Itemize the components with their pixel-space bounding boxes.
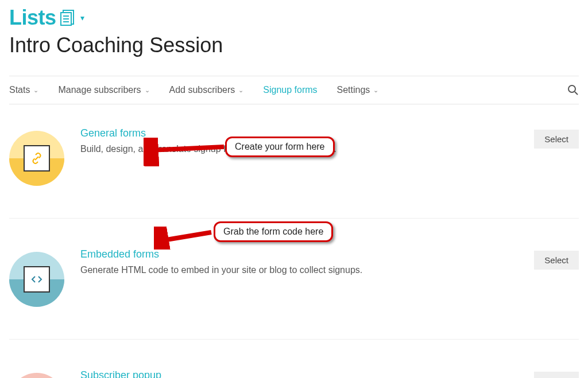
- chevron-down-icon: ⌄: [238, 87, 243, 94]
- tab-add-subscribers[interactable]: Add subscribers ⌄: [169, 85, 244, 95]
- tabbar: Stats ⌄ Manage subscribers ⌄ Add subscri…: [9, 76, 579, 104]
- tab-label: Stats: [9, 85, 30, 95]
- popup-icon: [9, 373, 64, 378]
- page-title: Intro Coaching Session: [9, 33, 579, 57]
- form-options-list: General forms Build, design, and transla…: [9, 127, 579, 378]
- tab-settings[interactable]: Settings ⌄: [337, 85, 379, 95]
- code-icon: [9, 252, 64, 307]
- tab-manage-subscribers[interactable]: Manage subscribers ⌄: [58, 85, 149, 95]
- tab-stats[interactable]: Stats ⌄: [9, 85, 38, 95]
- option-embedded-forms: Embedded forms Generate HTML code to emb…: [9, 248, 579, 340]
- option-title-link[interactable]: Subscriber popup: [80, 369, 161, 378]
- option-title-link[interactable]: Embedded forms: [80, 248, 159, 260]
- tab-label: Signup forms: [263, 85, 317, 95]
- lists-icon: [60, 9, 76, 26]
- breadcrumb-lists-link[interactable]: Lists: [9, 6, 56, 30]
- search-icon[interactable]: [567, 84, 579, 96]
- tab-label: Add subscribers: [169, 85, 235, 95]
- svg-line-6: [575, 92, 578, 95]
- option-description: Build, design, and translate signup form…: [80, 143, 518, 155]
- svg-point-5: [568, 85, 575, 92]
- chevron-down-icon: ⌄: [33, 87, 38, 94]
- chevron-down-icon: ⌄: [145, 87, 150, 94]
- breadcrumb: Lists ▾: [9, 6, 579, 30]
- option-subscriber-popup: Subscriber popup Design a popup signup f…: [9, 369, 579, 378]
- chevron-down-icon: ⌄: [373, 87, 378, 94]
- select-button[interactable]: Select: [534, 251, 579, 270]
- option-description: Generate HTML code to embed in your site…: [80, 264, 518, 276]
- select-button[interactable]: Select: [534, 130, 579, 149]
- tab-label: Manage subscribers: [58, 85, 141, 95]
- option-general-forms: General forms Build, design, and transla…: [9, 127, 579, 219]
- select-button[interactable]: Select: [534, 372, 579, 378]
- chevron-down-icon[interactable]: ▾: [80, 13, 84, 22]
- option-title-link[interactable]: General forms: [80, 127, 146, 139]
- tab-label: Settings: [337, 85, 370, 95]
- link-icon: [9, 131, 64, 186]
- tab-signup-forms[interactable]: Signup forms: [263, 85, 317, 95]
